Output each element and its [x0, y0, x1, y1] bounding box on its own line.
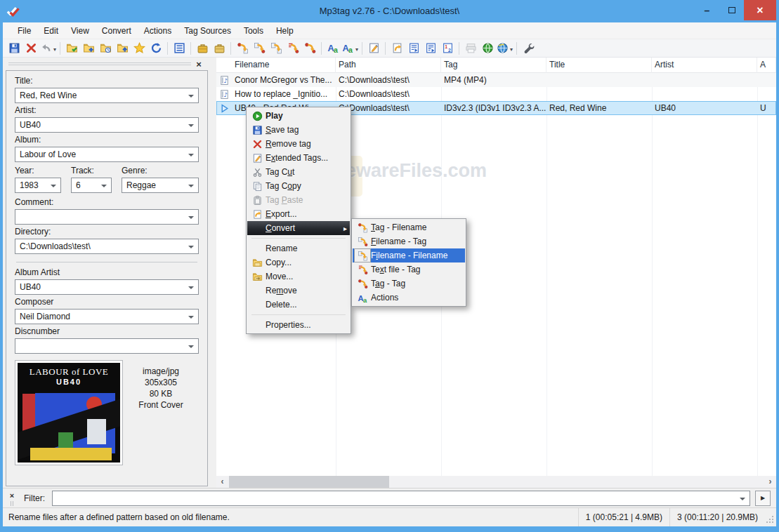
scrollbar-thumb[interactable]: [229, 476, 389, 488]
context-menu-item-remove-tag[interactable]: Remove tag: [247, 137, 350, 151]
submenu-arrow-icon: [340, 223, 348, 233]
playlist-all-button[interactable]: [422, 41, 439, 56]
convert-filename-tag-button[interactable]: [251, 41, 268, 56]
close-button[interactable]: [744, 0, 776, 20]
tag-panel-button[interactable]: [171, 41, 188, 56]
undo-button[interactable]: [39, 41, 57, 56]
directory-combo[interactable]: C:\Downloads\test\: [15, 239, 199, 254]
artist-combo[interactable]: UB40: [15, 117, 199, 133]
cell-path: C:\Downloads\test\: [336, 73, 441, 87]
tag-panel-grip[interactable]: [4, 60, 209, 69]
context-menu-item-properties[interactable]: Properties...: [247, 318, 350, 332]
playlist-button[interactable]: [405, 41, 422, 56]
maximize-button[interactable]: [719, 0, 744, 20]
web-sources-button[interactable]: [496, 41, 513, 56]
dropdown-caret-icon[interactable]: [53, 44, 56, 53]
folder-up-button[interactable]: [114, 41, 131, 56]
context-menu-item-copy[interactable]: Copy...: [247, 255, 350, 270]
dropdown-caret-icon[interactable]: [355, 44, 358, 53]
options-wrench-button[interactable]: [520, 41, 537, 56]
convert-tag-filename-button[interactable]: [234, 41, 251, 56]
composer-combo[interactable]: Neil Diamond: [15, 309, 199, 324]
cell-title: Red, Red Wine: [546, 101, 652, 115]
menu-file[interactable]: File: [11, 23, 37, 39]
filter-apply-button[interactable]: [755, 491, 771, 506]
briefcase-button[interactable]: [194, 41, 211, 56]
menu-edit[interactable]: Edit: [37, 23, 65, 39]
menu-view[interactable]: View: [65, 23, 96, 39]
submenu-item-actions[interactable]: AaActions: [353, 291, 465, 305]
export-button[interactable]: [388, 41, 405, 56]
context-menu-item-export[interactable]: Export...: [247, 207, 350, 221]
menu-actions[interactable]: Actions: [138, 23, 178, 39]
submenu-item-filename-tag[interactable]: Filename - Tag: [353, 234, 465, 248]
table-row[interactable]: ♪Conor McGregor vs The...C:\Downloads\te…: [216, 73, 776, 87]
menu-tag-sources[interactable]: Tag Sources: [178, 23, 237, 39]
dropdown-caret-icon[interactable]: [510, 44, 513, 53]
menu-convert[interactable]: Convert: [96, 23, 138, 39]
scroll-left-arrow-icon[interactable]: [216, 476, 228, 488]
context-menu-item-move[interactable]: Move...: [247, 270, 350, 284]
scroll-right-arrow-icon[interactable]: [764, 476, 776, 488]
actions-button[interactable]: Aa: [325, 41, 341, 56]
submenu-item-tag-tag[interactable]: Tag - Tag: [353, 277, 465, 291]
filter-close-button[interactable]: [10, 491, 14, 500]
table-row[interactable]: ♪How to replace _Ignitio...C:\Downloads\…: [216, 87, 776, 101]
save-icon: [8, 42, 20, 54]
actions-quick-button[interactable]: Aa: [341, 41, 359, 56]
context-menu-item-remove[interactable]: Remove: [247, 284, 350, 298]
album-art[interactable]: LABOUR of LOVE UB40: [15, 360, 123, 465]
folder-recent-button[interactable]: [97, 41, 114, 56]
comment-combo[interactable]: [15, 209, 199, 225]
filter-input[interactable]: [52, 491, 750, 506]
submenu-item-text-file-tag[interactable]: Text file - Tag: [353, 262, 465, 277]
svg-text:♪: ♪: [223, 91, 227, 98]
track-combo[interactable]: 6: [71, 178, 112, 193]
folder-check-button[interactable]: [63, 41, 80, 56]
extended-tags-button[interactable]: [365, 41, 382, 56]
autonumber-button[interactable]: 12: [439, 41, 456, 56]
context-menu-item-save-tag[interactable]: Save tag: [247, 123, 350, 137]
web-button[interactable]: [479, 41, 496, 56]
menu-help[interactable]: Help: [270, 23, 300, 39]
menu-item-label: Text file - Tag: [371, 265, 464, 274]
folder-add-button[interactable]: [80, 41, 97, 56]
context-menu-item-delete[interactable]: Delete...: [247, 298, 350, 312]
year-combo[interactable]: 1983: [15, 178, 61, 193]
discnumber-combo[interactable]: [15, 338, 199, 354]
context-menu-item-rename[interactable]: Rename: [247, 241, 350, 255]
remove-tag-button[interactable]: [22, 41, 39, 56]
field-year: Year:1983: [15, 164, 61, 193]
title-combo[interactable]: Red, Red Wine: [15, 88, 199, 103]
context-menu-item-tag-cut[interactable]: Tag Cut: [247, 165, 350, 179]
column-header-filename[interactable]: Filename: [216, 58, 336, 73]
cell-artist: [652, 73, 757, 87]
column-header-artist[interactable]: Artist: [652, 58, 757, 73]
album-artist-combo[interactable]: UB40: [15, 279, 199, 295]
context-menu-item-extended-tags[interactable]: Extended Tags...: [247, 151, 350, 165]
resize-grip[interactable]: [765, 508, 776, 526]
horizontal-scrollbar[interactable]: [216, 476, 776, 488]
menu-tools[interactable]: Tools: [237, 23, 270, 39]
column-header-tag[interactable]: Tag: [441, 58, 546, 73]
convert-tag-tag-button[interactable]: [301, 41, 318, 56]
column-header-a[interactable]: A: [757, 58, 776, 73]
refresh-button[interactable]: [148, 41, 164, 56]
save-button[interactable]: [6, 41, 22, 56]
favorites-star-button[interactable]: [131, 41, 148, 56]
minimize-button[interactable]: [695, 0, 719, 20]
album-combo[interactable]: Labour of Love: [15, 147, 199, 162]
briefcase2-button[interactable]: [211, 41, 228, 56]
context-menu-item-play[interactable]: Play: [247, 109, 350, 123]
submenu-item-tag-filename[interactable]: Tag - Filename: [353, 220, 465, 234]
field-discnumber: Discnumber: [15, 326, 199, 354]
convert-filename-filename-button[interactable]: [268, 41, 284, 56]
context-menu-item-convert[interactable]: Convert: [247, 221, 350, 235]
convert-textfile-tag-button[interactable]: [284, 41, 301, 56]
genre-combo[interactable]: Reggae: [122, 178, 199, 193]
column-header-title[interactable]: Title: [546, 58, 652, 73]
panel-close-button[interactable]: [194, 59, 204, 69]
context-menu-item-tag-copy[interactable]: Tag Copy: [247, 179, 350, 193]
submenu-item-filename-filename[interactable]: Filename - Filename: [353, 248, 465, 262]
column-header-path[interactable]: Path: [336, 58, 441, 73]
